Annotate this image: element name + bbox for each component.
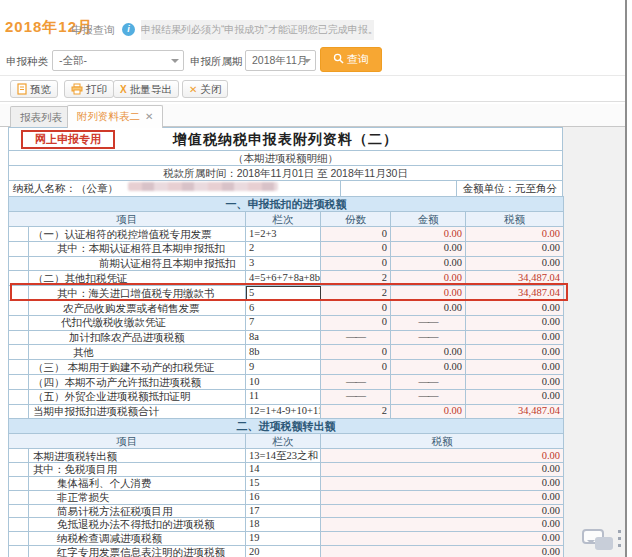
cell-item[interactable]: 加计扣除农产品进项税额 (29, 330, 246, 345)
cell-tax[interactable]: 0.00 (321, 518, 564, 532)
cell-amount[interactable]: —— (391, 374, 466, 389)
cell-item[interactable]: 集体福利、个人消费 (29, 476, 246, 490)
cell-line-number[interactable]: 11 (246, 389, 321, 404)
cell-line-number[interactable]: 6 (246, 300, 321, 315)
cell-amount[interactable]: —— (391, 389, 466, 404)
cell-tax[interactable]: 0.00 (466, 374, 564, 389)
cell-tax[interactable]: 0.00 (466, 360, 564, 375)
cell-copies[interactable]: 0 (321, 241, 391, 256)
cell-amount[interactable]: 0.00 (391, 300, 466, 315)
cell-line-number[interactable]: 5 (246, 286, 321, 301)
cell-tax[interactable]: 0.00 (466, 345, 564, 360)
cell-tax[interactable]: 0.00 (466, 241, 564, 256)
cell-amount[interactable]: 0.00 (391, 271, 466, 286)
cell-amount[interactable]: —— (391, 330, 466, 345)
cell-line-number[interactable]: 10 (246, 374, 321, 389)
cell-line-number[interactable]: 1=2+3 (246, 227, 321, 242)
cell-item[interactable]: （四）本期不动产允许抵扣进项税额 (29, 374, 246, 389)
cell-tax[interactable]: 34,487.04 (466, 286, 564, 301)
cell-tax[interactable]: 34,487.04 (466, 271, 564, 286)
cell-copies[interactable]: 0 (321, 315, 391, 330)
cell-line-number[interactable]: 9 (246, 360, 321, 375)
cell-line-number[interactable]: 14 (246, 463, 321, 477)
cell-copies[interactable]: 0 (321, 227, 391, 242)
cell-line-number[interactable]: 8b (246, 345, 321, 360)
cell-line-number[interactable]: 3 (246, 256, 321, 271)
tab-report-list[interactable]: 报表列表 (10, 106, 72, 127)
cell-item[interactable]: 其他 (29, 345, 246, 360)
tab-schedule-two[interactable]: 附列资料表二✕ (67, 105, 163, 128)
cell-tax[interactable]: 0.00 (321, 532, 564, 546)
cell-copies[interactable]: 2 (321, 286, 391, 301)
cell-amount[interactable]: 0.00 (391, 345, 466, 360)
cell-tax[interactable]: 0.00 (466, 315, 564, 330)
cell-line-number[interactable]: 15 (246, 476, 321, 490)
cell-copies[interactable]: 2 (321, 404, 391, 419)
cell-tax[interactable]: 0.00 (321, 463, 564, 477)
cell-item[interactable]: 简易计税方法征税项目用 (29, 504, 246, 518)
cell-item[interactable]: （二）其他扣税凭证 (29, 271, 246, 286)
cell-line-number[interactable]: 19 (246, 532, 321, 546)
cell-tax[interactable]: 0.00 (466, 389, 564, 404)
cell-line-number[interactable]: 4=5+6+7+8a+8b (246, 271, 321, 286)
cell-copies[interactable]: —— (321, 330, 391, 345)
cell-copies[interactable]: —— (321, 374, 391, 389)
cell-amount[interactable]: 0.00 (391, 404, 466, 419)
batch-export-button[interactable]: X批量导出 (113, 80, 179, 98)
cell-line-number[interactable]: 7 (246, 315, 321, 330)
cell-item[interactable]: 红字专用发票信息表注明的进项税额 (29, 545, 246, 557)
cell-item[interactable]: 当期申报抵扣进项税额合计 (29, 404, 246, 419)
cell-amount[interactable]: 0.00 (391, 286, 466, 301)
cell-tax[interactable]: 0.00 (466, 300, 564, 315)
cell-copies[interactable]: 0 (321, 345, 391, 360)
cell-item[interactable]: 代扣代缴税收缴款凭证 (29, 315, 246, 330)
cell-line-number[interactable]: 18 (246, 518, 321, 532)
cell-item[interactable]: 前期认证相符且本期申报抵扣 (29, 256, 246, 271)
cell-line-number[interactable]: 2 (246, 241, 321, 256)
cell-item[interactable]: 非正常损失 (29, 490, 246, 504)
cell-tax[interactable]: 0.00 (321, 476, 564, 490)
cell-line-number[interactable]: 16 (246, 490, 321, 504)
cell-item[interactable]: 纳税检查调减进项税额 (29, 532, 246, 546)
cell-copies[interactable]: 0 (321, 256, 391, 271)
declare-type-select[interactable]: -全部- (52, 50, 184, 71)
cell-item[interactable]: 本期进项税转出额 (29, 449, 246, 463)
cell-tax[interactable]: 0.00 (466, 256, 564, 271)
cell-item[interactable]: 免抵退税办法不得抵扣的进项税额 (29, 518, 246, 532)
cell-tax[interactable]: 0.00 (466, 330, 564, 345)
tab-close-icon[interactable]: ✕ (145, 111, 153, 122)
cell-line-number[interactable]: 20 (246, 545, 321, 557)
declare-period-select[interactable]: 2018年11月 (245, 50, 316, 71)
cell-tax[interactable]: 0.00 (321, 545, 564, 557)
print-button[interactable]: 打印 (64, 80, 114, 98)
cell-item[interactable]: （三） 本期用于购建不动产的扣税凭证 (29, 360, 246, 375)
info-icon[interactable]: i (122, 23, 135, 36)
close-button[interactable]: ✕关闭 (182, 80, 228, 98)
cell-tax[interactable]: 0.00 (321, 449, 564, 463)
preview-button[interactable]: 预览 (10, 80, 58, 98)
cell-tax[interactable]: 0.00 (466, 227, 564, 242)
cell-tax[interactable]: 34,487.04 (466, 404, 564, 419)
cell-item[interactable]: 其中：免税项目用 (29, 463, 246, 477)
cell-item[interactable]: 其中：海关进口增值税专用缴款书 (29, 286, 246, 301)
cell-amount[interactable]: 0.00 (391, 256, 466, 271)
cell-amount[interactable]: 0.00 (391, 360, 466, 375)
cell-line-number[interactable]: 13=14至23之和 (246, 449, 321, 463)
cell-tax[interactable]: 0.00 (321, 504, 564, 518)
cell-amount[interactable]: 0.00 (391, 241, 466, 256)
cell-copies[interactable]: 0 (321, 360, 391, 375)
cell-copies[interactable]: 2 (321, 271, 391, 286)
cell-line-number[interactable]: 17 (246, 504, 321, 518)
cell-line-number[interactable]: 8a (246, 330, 321, 345)
cell-line-number[interactable]: 12=1+4-9+10+11 (246, 404, 321, 419)
cell-amount[interactable]: —— (391, 315, 466, 330)
search-button[interactable]: 查询 (320, 47, 382, 72)
cell-copies[interactable]: 0 (321, 300, 391, 315)
cell-tax[interactable]: 0.00 (321, 490, 564, 504)
cell-item[interactable]: 其中：本期认证相符且本期申报抵扣 (29, 241, 246, 256)
cell-amount[interactable]: 0.00 (391, 227, 466, 242)
cell-item[interactable]: （一）认证相符的税控增值税专用发票 (29, 227, 246, 242)
cell-item[interactable]: （五）外贸企业进项税额抵扣证明 (29, 389, 246, 404)
cell-copies[interactable]: —— (321, 389, 391, 404)
cell-item[interactable]: 农产品收购发票或者销售发票 (29, 300, 246, 315)
